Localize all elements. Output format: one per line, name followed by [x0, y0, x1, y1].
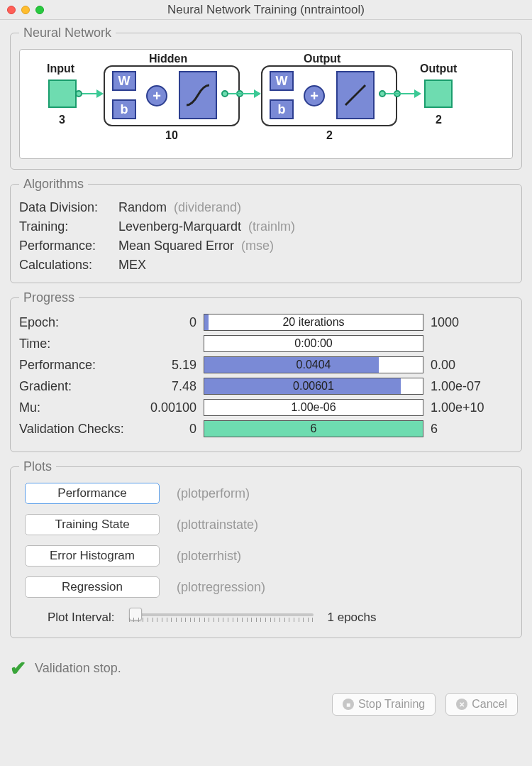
progress-label: Mu: — [19, 400, 147, 415]
plot-interval-label: Plot Interval: — [48, 611, 115, 625]
arrow-head — [96, 89, 104, 98]
window-title: Neural Network Training (nntraintool) — [0, 3, 532, 17]
progress-end: 0.00 — [423, 358, 494, 373]
progress-start: 0.00100 — [147, 400, 204, 415]
plot-button-performance[interactable]: Performance — [25, 483, 160, 504]
progress-row: Time:0:00:00 — [19, 335, 513, 352]
output-node — [379, 90, 386, 97]
progress-end: 1.00e+10 — [423, 400, 494, 415]
progress-bar: 0.0404 — [204, 356, 423, 373]
progress-bar: 0.00601 — [204, 378, 423, 395]
progress-start: 5.19 — [147, 358, 204, 373]
progress-bar: 20 iterations — [204, 314, 423, 331]
output-block — [424, 80, 453, 108]
progress-panel: Progress Epoch:020 iterations1000Time:0:… — [10, 290, 522, 452]
check-icon: ✔ — [10, 657, 26, 680]
progress-label: Epoch: — [19, 315, 147, 330]
status-text: Validation stop. — [35, 661, 121, 676]
progress-row: Epoch:020 iterations1000 — [19, 314, 513, 331]
plot-button-training-state[interactable]: Training State — [25, 514, 160, 535]
stop-training-button[interactable]: ■ Stop Training — [332, 693, 436, 716]
arrow-head — [414, 89, 421, 98]
plot-button-error-histogram[interactable]: Error Histogram — [25, 545, 160, 567]
hidden-w-block: W — [112, 71, 136, 91]
network-diagram: Input 3 Hidden W b + 10 Output W b + 2 — [19, 49, 513, 159]
algorithms-panel: Algorithms Data Division:Random(dividera… — [10, 177, 522, 283]
plot-fn: (ploterrhist) — [177, 549, 241, 564]
output-size: 2 — [436, 114, 442, 126]
progress-value: 6 — [204, 421, 423, 437]
progress-row: Mu:0.001001.00e-061.00e+10 — [19, 399, 513, 416]
plot-button-regression[interactable]: Regression — [25, 576, 160, 598]
input-size: 3 — [59, 114, 65, 126]
progress-value: 0.0404 — [204, 357, 423, 373]
titlebar: Neural Network Training (nntraintool) — [0, 0, 532, 20]
stop-icon: ■ — [343, 699, 354, 710]
progress-start: 0 — [147, 315, 204, 330]
progress-row: Performance:5.190.04040.00 — [19, 356, 513, 373]
plot-interval-value: 1 epochs — [328, 611, 377, 625]
hidden-b-block: b — [112, 99, 136, 119]
cancel-label: Cancel — [472, 698, 507, 711]
plot-fn: (plotperform) — [177, 486, 250, 501]
algo-label: Calculations: — [19, 258, 118, 273]
progress-bar: 1.00e-06 — [204, 399, 423, 416]
progress-row: Gradient:7.480.006011.00e-07 — [19, 378, 513, 395]
algo-label: Training: — [19, 219, 118, 234]
plots-legend: Plots — [19, 459, 56, 474]
plots-panel: Plots Performance(plotperform)Training S… — [10, 459, 522, 638]
algo-value: Mean Squared Error(mse) — [118, 239, 513, 253]
arrow — [82, 93, 98, 94]
progress-end: 1.00e-07 — [423, 379, 494, 394]
cancel-button[interactable]: ✕ Cancel — [445, 693, 518, 716]
progress-row: Validation Checks:066 — [19, 420, 513, 437]
progress-value: 0:00:00 — [204, 336, 423, 351]
plot-fn: (plottrainstate) — [177, 518, 258, 532]
arrow — [228, 93, 255, 94]
plot-interval-slider[interactable] — [129, 608, 314, 628]
algorithms-legend: Algorithms — [19, 177, 88, 192]
output-sum: + — [304, 85, 325, 106]
output-label: Output — [420, 62, 457, 75]
input-node — [75, 90, 82, 97]
progress-end: 1000 — [423, 315, 494, 330]
algo-value: Levenberg-Marquardt(trainlm) — [118, 219, 513, 234]
plot-fn: (plotregression) — [177, 580, 265, 595]
progress-label: Validation Checks: — [19, 422, 147, 437]
progress-bar: 0:00:00 — [204, 335, 423, 352]
progress-value: 1.00e-06 — [204, 400, 423, 415]
algo-value: MEX — [118, 258, 513, 273]
hidden-activation — [179, 71, 217, 119]
output-layer-label: Output — [304, 53, 340, 65]
progress-start: 7.48 — [147, 379, 204, 394]
arrow — [386, 93, 416, 94]
progress-value: 0.00601 — [204, 378, 423, 394]
neural-network-legend: Neural Network — [19, 26, 116, 40]
output-layer-size: 2 — [326, 129, 333, 142]
progress-label: Time: — [19, 337, 147, 351]
progress-legend: Progress — [19, 290, 79, 305]
input-label: Input — [47, 62, 74, 75]
hidden-size: 10 — [165, 129, 178, 142]
progress-start: 0 — [147, 422, 204, 437]
neural-network-panel: Neural Network Input 3 Hidden W b + 10 O… — [10, 26, 522, 170]
progress-label: Performance: — [19, 358, 147, 373]
progress-label: Gradient: — [19, 379, 147, 394]
tansig-icon — [184, 81, 212, 109]
stop-label: Stop Training — [358, 698, 425, 711]
output-w-block: W — [270, 71, 294, 91]
purelin-icon — [341, 81, 370, 109]
algo-label: Performance: — [19, 239, 118, 253]
input-block — [48, 80, 77, 108]
status-row: ✔ Validation stop. — [0, 651, 532, 693]
hidden-sum: + — [146, 85, 167, 106]
algo-label: Data Division: — [19, 200, 118, 215]
progress-end: 6 — [423, 422, 494, 437]
progress-bar: 6 — [204, 420, 423, 437]
output-activation — [336, 71, 375, 119]
hidden-out-node — [221, 90, 228, 97]
arrow-head — [254, 89, 261, 98]
output-b-block: b — [270, 99, 294, 119]
algo-value: Random(dividerand) — [118, 200, 513, 215]
progress-value: 20 iterations — [204, 314, 423, 330]
